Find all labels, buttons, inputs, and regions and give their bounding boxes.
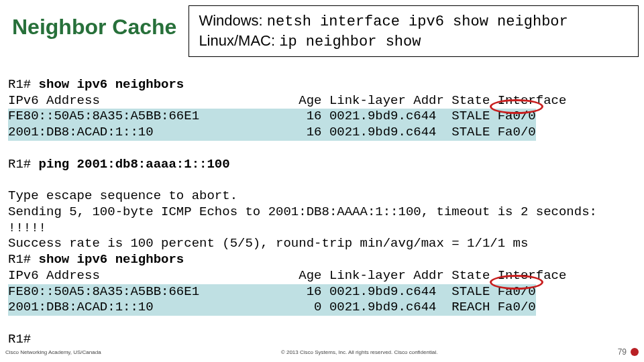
neighbor-table-header: IPv6 Address Age Link-layer Addr State I… [8, 93, 566, 108]
prompt: R1# [8, 77, 39, 92]
ping-output: !!!!! [8, 221, 46, 235]
command: ping 2001:db8:aaaa:1::100 [39, 157, 230, 172]
prompt: R1# [8, 252, 39, 267]
footer-right: 79 [618, 347, 639, 357]
linux-mac-command: ip neighbor show [279, 34, 421, 50]
neighbor-table-header: IPv6 Address Age Link-layer Addr State I… [8, 268, 566, 283]
prompt: R1# [8, 332, 31, 347]
windows-label: Windows: [199, 12, 266, 29]
cisco-dot-icon [631, 348, 639, 356]
neighbor-row: FE80::50A5:8A35:A5BB:66E1 16 0021.9bd9.c… [8, 109, 536, 125]
terminal-output: R1# show ipv6 neighbors IPv6 Address Age… [5, 61, 639, 348]
slide-footer: Cisco Networking Academy, US/Canada © 20… [5, 347, 639, 357]
os-commands-box: Windows: netsh interface ipv6 show neigh… [189, 5, 639, 57]
blank-line [8, 316, 15, 330]
ping-output: Success rate is 100 percent (5/5), round… [8, 236, 528, 251]
page-number: 79 [618, 347, 627, 357]
linux-mac-command-line: Linux/MAC: ip neighbor show [199, 32, 630, 52]
neighbor-row: 2001:DB8:ACAD:1::10 16 0021.9bd9.c644 ST… [8, 125, 536, 141]
ping-output: Type escape sequence to abort. [8, 188, 237, 203]
footer-left: Cisco Networking Academy, US/Canada [5, 349, 101, 355]
blank-line [8, 141, 15, 156]
prompt: R1# [8, 157, 39, 172]
windows-command: netsh interface ipv6 show neighbor [267, 13, 568, 30]
neighbor-row: 2001:DB8:ACAD:1::10 0 0021.9bd9.c644 REA… [8, 300, 536, 316]
slide-header: Neighbor Cache Windows: netsh interface … [5, 5, 639, 57]
command: show ipv6 neighbors [39, 252, 184, 267]
blank-line [8, 172, 15, 187]
windows-command-line: Windows: netsh interface ipv6 show neigh… [199, 11, 630, 32]
ping-output: Sending 5, 100-byte ICMP Echos to 2001:D… [8, 204, 597, 219]
neighbor-row: FE80::50A5:8A35:A5BB:66E1 16 0021.9bd9.c… [8, 284, 536, 300]
command: show ipv6 neighbors [39, 77, 184, 92]
linux-mac-label: Linux/MAC: [199, 32, 279, 49]
footer-center: © 2013 Cisco Systems, Inc. All rights re… [101, 349, 618, 355]
page-title: Neighbor Cache [5, 5, 180, 46]
